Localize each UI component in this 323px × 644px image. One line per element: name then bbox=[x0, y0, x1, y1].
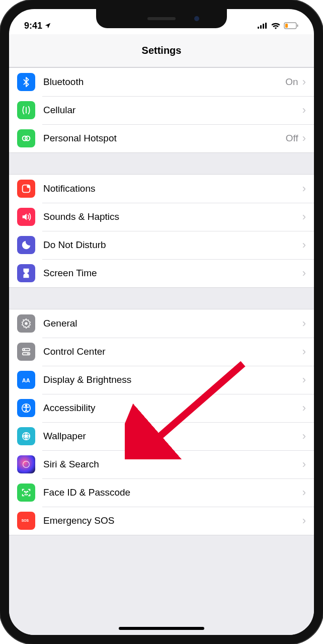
hotspot-icon bbox=[17, 129, 35, 147]
chevron-right-icon: › bbox=[302, 430, 306, 443]
controlcenter-icon bbox=[17, 343, 35, 361]
svg-rect-3 bbox=[265, 23, 267, 29]
row-general[interactable]: General › bbox=[9, 309, 314, 338]
row-label: Do Not Disturb bbox=[43, 239, 302, 251]
svg-point-11 bbox=[25, 322, 28, 325]
svg-text:SOS: SOS bbox=[22, 519, 29, 522]
screentime-icon bbox=[17, 264, 35, 282]
chevron-right-icon: › bbox=[302, 132, 306, 145]
chevron-right-icon: › bbox=[302, 401, 306, 415]
row-value: Off bbox=[286, 133, 298, 144]
svg-rect-2 bbox=[263, 24, 264, 29]
svg-point-21 bbox=[23, 461, 30, 468]
row-value: On bbox=[285, 76, 298, 88]
settings-group-notifications: Notifications › Sounds & Haptics › Do No… bbox=[9, 174, 314, 288]
row-label: Accessibility bbox=[43, 403, 302, 414]
svg-rect-0 bbox=[258, 27, 259, 29]
row-label: General bbox=[43, 318, 302, 329]
bluetooth-icon bbox=[17, 73, 35, 91]
svg-point-23 bbox=[27, 491, 28, 492]
row-wallpaper[interactable]: Wallpaper › bbox=[9, 422, 314, 450]
row-label: Cellular bbox=[43, 105, 302, 116]
cellular-icon bbox=[17, 101, 35, 119]
row-label: Face ID & Passcode bbox=[43, 487, 302, 498]
row-do-not-disturb[interactable]: Do Not Disturb › bbox=[9, 231, 314, 259]
row-label: Sounds & Haptics bbox=[43, 211, 302, 222]
faceid-icon bbox=[17, 484, 35, 502]
battery-low-icon bbox=[284, 22, 299, 29]
settings-group-general: General › Control Center › AA Display & … bbox=[9, 309, 314, 535]
row-screen-time[interactable]: Screen Time › bbox=[9, 259, 314, 287]
chevron-right-icon: › bbox=[302, 458, 306, 471]
row-label: Emergency SOS bbox=[43, 515, 302, 526]
row-accessibility[interactable]: Accessibility › bbox=[9, 394, 314, 422]
row-label: Control Center bbox=[43, 346, 302, 357]
row-control-center[interactable]: Control Center › bbox=[9, 338, 314, 366]
wifi-icon bbox=[271, 22, 281, 29]
location-icon bbox=[44, 22, 51, 29]
svg-text:AA: AA bbox=[22, 377, 30, 383]
home-indicator[interactable] bbox=[119, 627, 204, 630]
svg-rect-14 bbox=[23, 353, 30, 355]
svg-point-18 bbox=[25, 405, 27, 407]
row-label: Screen Time bbox=[43, 268, 302, 279]
svg-rect-12 bbox=[23, 349, 30, 351]
row-label: Personal Hotspot bbox=[43, 133, 286, 144]
chevron-right-icon: › bbox=[302, 514, 306, 527]
wallpaper-icon bbox=[17, 427, 35, 445]
row-bluetooth[interactable]: Bluetooth On › bbox=[9, 68, 314, 96]
chevron-right-icon: › bbox=[302, 104, 306, 117]
svg-point-10 bbox=[27, 185, 30, 188]
row-label: Notifications bbox=[43, 183, 302, 194]
siri-icon bbox=[17, 455, 35, 473]
chevron-right-icon: › bbox=[302, 345, 306, 358]
status-time: 9:41 bbox=[24, 21, 42, 31]
notch bbox=[96, 9, 227, 28]
settings-group-connectivity: Bluetooth On › Cellular › Personal Hotsp… bbox=[9, 67, 314, 153]
svg-point-13 bbox=[24, 349, 25, 351]
general-icon bbox=[17, 314, 35, 333]
chevron-right-icon: › bbox=[302, 373, 306, 386]
row-label: Display & Brightness bbox=[43, 374, 302, 385]
row-sounds-haptics[interactable]: Sounds & Haptics › bbox=[9, 203, 314, 231]
accessibility-icon bbox=[17, 399, 35, 417]
row-display-brightness[interactable]: AA Display & Brightness › bbox=[9, 366, 314, 394]
settings-list[interactable]: Bluetooth On › Cellular › Personal Hotsp… bbox=[9, 67, 314, 635]
row-cellular[interactable]: Cellular › bbox=[9, 96, 314, 124]
sounds-icon bbox=[17, 208, 35, 226]
notifications-icon bbox=[17, 180, 35, 198]
row-label: Siri & Search bbox=[43, 459, 302, 470]
row-emergency-sos[interactable]: SOS Emergency SOS › bbox=[9, 507, 314, 535]
iphone-frame: 9:41 Settings Blue bbox=[0, 0, 323, 644]
svg-rect-5 bbox=[285, 24, 288, 28]
chevron-right-icon: › bbox=[302, 238, 306, 252]
svg-rect-6 bbox=[297, 25, 298, 27]
chevron-right-icon: › bbox=[302, 317, 306, 330]
svg-point-20 bbox=[25, 435, 27, 437]
display-icon: AA bbox=[17, 371, 35, 389]
chevron-right-icon: › bbox=[302, 210, 306, 223]
dnd-icon bbox=[17, 236, 35, 254]
row-siri-search[interactable]: Siri & Search › bbox=[9, 450, 314, 478]
chevron-right-icon: › bbox=[302, 182, 306, 195]
cellular-signal-icon bbox=[258, 23, 268, 29]
chevron-right-icon: › bbox=[302, 267, 306, 280]
page-title: Settings bbox=[142, 45, 182, 56]
row-notifications[interactable]: Notifications › bbox=[9, 175, 314, 203]
row-faceid-passcode[interactable]: Face ID & Passcode › bbox=[9, 478, 314, 507]
page-header: Settings bbox=[9, 34, 314, 67]
row-personal-hotspot[interactable]: Personal Hotspot Off › bbox=[9, 124, 314, 152]
svg-point-15 bbox=[27, 353, 29, 355]
sos-icon: SOS bbox=[17, 512, 35, 530]
chevron-right-icon: › bbox=[302, 75, 306, 89]
svg-point-22 bbox=[25, 491, 25, 492]
svg-rect-1 bbox=[260, 25, 262, 29]
row-label: Wallpaper bbox=[43, 431, 302, 442]
row-label: Bluetooth bbox=[43, 76, 285, 88]
chevron-right-icon: › bbox=[302, 486, 306, 499]
